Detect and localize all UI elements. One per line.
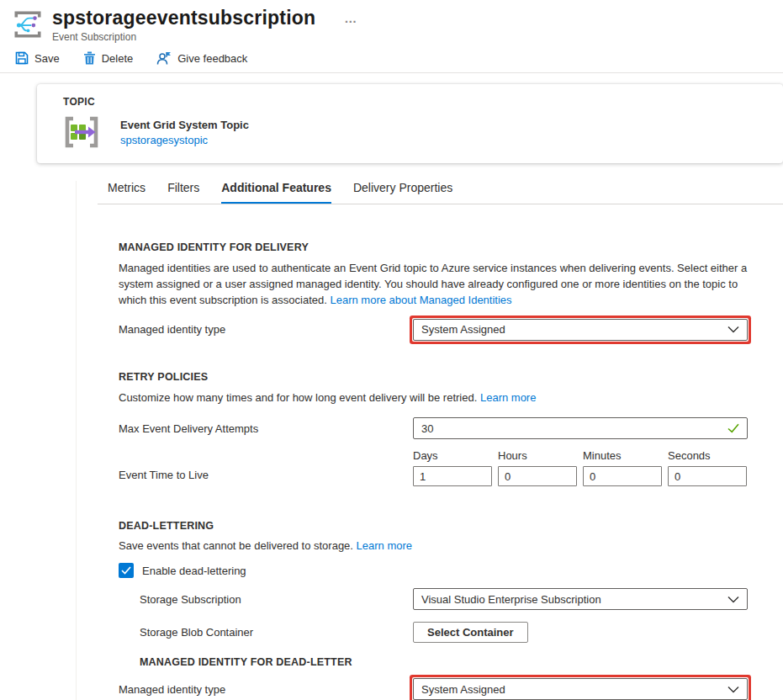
retry-learn-more-link[interactable]: Learn more — [480, 391, 536, 404]
page-subtitle: Event Subscription — [52, 31, 360, 43]
page-title: spstorageeventsubscription — [52, 7, 315, 29]
chevron-down-icon — [727, 596, 739, 603]
save-icon — [15, 51, 29, 65]
trash-icon — [83, 51, 96, 65]
section-managed-identity-deadletter-title: MANAGED IDENTITY FOR DEAD-LETTER — [140, 656, 783, 668]
topic-type: Event Grid System Topic — [120, 119, 249, 131]
toolbar-divider — [0, 72, 783, 73]
more-options-button[interactable]: … — [341, 10, 360, 26]
check-icon — [121, 566, 131, 575]
enable-dead-lettering-label: Enable dead-lettering — [142, 565, 246, 577]
storage-subscription-row: Storage Subscription Visual Studio Enter… — [119, 588, 748, 610]
topic-name-link[interactable]: spstoragesystopic — [120, 134, 249, 146]
tab-filters[interactable]: Filters — [167, 181, 199, 204]
max-delivery-attempts-input[interactable] — [421, 422, 727, 435]
section-managed-identity-delivery-title: MANAGED IDENTITY FOR DELIVERY — [119, 241, 783, 253]
storage-subscription-dropdown[interactable]: Visual Studio Enterprise Subscription — [413, 588, 748, 610]
command-bar: Save Delete Give feedback — [0, 43, 783, 72]
ttl-seconds-input[interactable] — [668, 466, 747, 486]
tab-delivery-properties[interactable]: Delivery Properties — [353, 181, 452, 204]
dead-lettering-learn-more-link[interactable]: Learn more — [357, 539, 412, 552]
storage-blob-container-row: Storage Blob Container Select Container — [119, 622, 748, 643]
enable-dead-lettering-checkbox[interactable] — [119, 563, 134, 578]
topic-card-label: TOPIC — [63, 96, 783, 108]
save-button[interactable]: Save — [15, 51, 60, 65]
dead-lettering-description: Save events that cannot be delivered to … — [119, 538, 754, 554]
ttl-seconds-label: Seconds — [668, 449, 747, 462]
managed-identity-type-dropdown[interactable]: System Assigned — [413, 319, 748, 341]
event-ttl-row: Event Time to Live Days Hours Minutes Se… — [119, 449, 748, 486]
tabs-divider — [98, 204, 783, 204]
storage-blob-container-label: Storage Blob Container — [140, 626, 413, 639]
managed-identity-delivery-description: Managed identities are used to authentic… — [119, 261, 754, 309]
managed-identity-type-row: Managed identity type System Assigned — [119, 319, 748, 341]
give-feedback-button[interactable]: Give feedback — [156, 51, 247, 65]
retry-policies-description: Customize how many times and for how lon… — [119, 390, 754, 406]
deadletter-identity-type-label: Managed identity type — [119, 683, 413, 696]
ttl-days-label: Days — [413, 449, 492, 462]
max-delivery-attempts-row: Max Event Delivery Attempts — [119, 417, 748, 439]
chevron-down-icon — [727, 686, 739, 693]
valid-check-icon — [727, 423, 739, 433]
delete-label: Delete — [102, 52, 134, 65]
ttl-days-input[interactable] — [413, 466, 492, 486]
max-delivery-attempts-label: Max Event Delivery Attempts — [119, 422, 413, 435]
section-retry-policies-title: RETRY POLICIES — [119, 371, 783, 383]
enable-dead-lettering-row: Enable dead-lettering — [119, 563, 783, 578]
max-delivery-attempts-field — [413, 417, 748, 439]
deadletter-identity-type-dropdown[interactable]: System Assigned — [413, 678, 748, 700]
delete-button[interactable]: Delete — [83, 51, 134, 65]
feedback-person-icon — [156, 51, 172, 65]
ttl-hours-label: Hours — [498, 449, 577, 462]
ttl-hours-input[interactable] — [498, 466, 577, 486]
event-ttl-label: Event Time to Live — [119, 469, 413, 486]
ttl-minutes-input[interactable] — [583, 466, 662, 486]
select-container-button[interactable]: Select Container — [413, 622, 528, 643]
give-feedback-label: Give feedback — [177, 52, 247, 65]
deadletter-identity-type-row: Managed identity type System Assigned — [119, 678, 748, 700]
storage-subscription-label: Storage Subscription — [140, 593, 413, 606]
annotation-highlight: System Assigned — [413, 319, 748, 341]
tab-additional-features[interactable]: Additional Features — [221, 181, 331, 204]
tab-content-panel: Metrics Filters Additional Features Deli… — [76, 181, 783, 700]
event-grid-system-topic-icon — [63, 114, 100, 151]
page-header: spstorageeventsubscription … Event Subsc… — [0, 0, 783, 43]
annotation-highlight: System Assigned — [413, 678, 748, 700]
managed-identity-type-label: Managed identity type — [119, 323, 413, 336]
event-subscription-icon — [12, 8, 44, 40]
section-dead-lettering-title: DEAD-LETTERING — [119, 520, 783, 532]
tab-bar: Metrics Filters Additional Features Deli… — [108, 181, 783, 204]
topic-card: TOPIC Event Grid System Topic spstorages… — [37, 84, 783, 163]
ttl-minutes-label: Minutes — [583, 449, 662, 462]
chevron-down-icon — [727, 326, 739, 333]
save-label: Save — [34, 52, 60, 65]
tab-metrics[interactable]: Metrics — [108, 181, 145, 204]
learn-more-managed-identities-link[interactable]: Learn more about Managed Identities — [330, 294, 511, 306]
